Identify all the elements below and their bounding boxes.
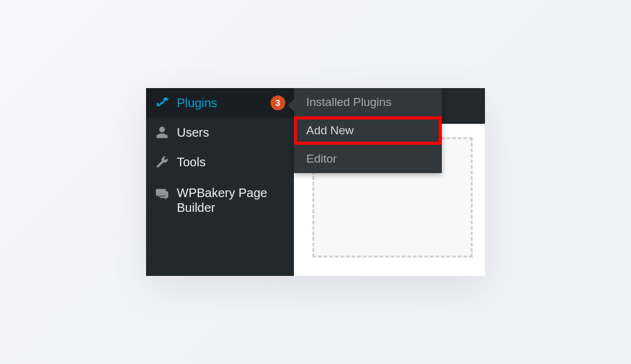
sidebar-item-label: WPBakery Page Builder [177, 185, 285, 215]
submenu-item-editor[interactable]: Editor [294, 145, 442, 173]
submenu-item-add-new[interactable]: Add New [294, 116, 442, 145]
admin-panel-frame: Plugins 3 Users Tools WPBakery Page Buil… [146, 88, 485, 276]
update-count-badge: 3 [271, 95, 285, 110]
sidebar-item-wpbakery[interactable]: WPBakery Page Builder [146, 177, 294, 222]
submenu-item-installed-plugins[interactable]: Installed Plugins [294, 88, 442, 116]
sidebar-item-users[interactable]: Users [146, 118, 294, 147]
sidebar-item-tools[interactable]: Tools [146, 147, 294, 177]
sidebar-item-plugins[interactable]: Plugins 3 [146, 88, 294, 118]
wrench-icon [155, 155, 169, 169]
comments-icon [155, 187, 169, 201]
plug-icon [155, 95, 169, 110]
sidebar-item-label: Users [177, 125, 285, 140]
sidebar-item-label: Tools [177, 155, 285, 169]
admin-sidebar: Plugins 3 Users Tools WPBakery Page Buil… [146, 88, 294, 276]
plugins-submenu: Installed Plugins Add New Editor [294, 88, 442, 173]
user-icon [155, 125, 169, 140]
sidebar-item-label: Plugins [177, 95, 263, 110]
